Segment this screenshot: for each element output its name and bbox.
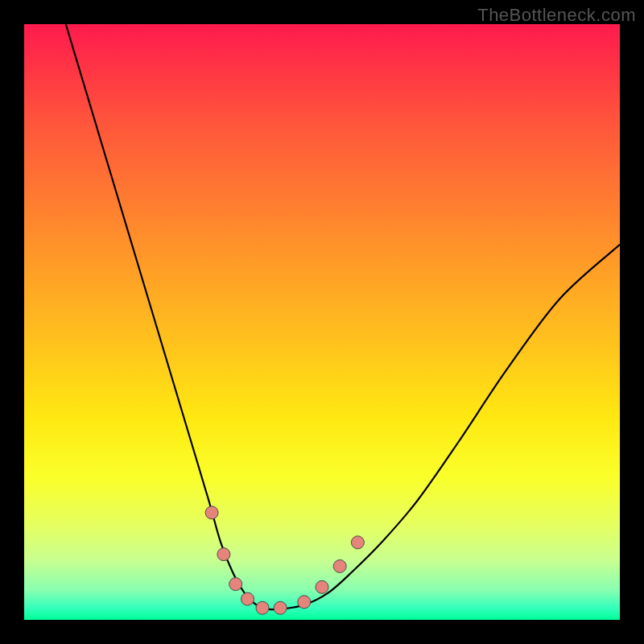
curve-marker (298, 596, 311, 609)
bottleneck-curve (66, 24, 620, 609)
curve-markers (205, 506, 364, 614)
curve-marker (274, 601, 287, 614)
chart-frame: TheBottleneck.com (0, 0, 644, 644)
watermark-text: TheBottleneck.com (477, 5, 636, 26)
curve-layer (24, 24, 620, 620)
curve-marker (205, 506, 218, 519)
curve-marker (351, 536, 364, 549)
curve-marker (242, 592, 254, 605)
curve-marker (229, 578, 242, 591)
curve-marker (316, 580, 328, 593)
curve-marker (217, 548, 230, 561)
curve-marker (333, 559, 346, 572)
curve-marker (256, 601, 269, 614)
plot-area (24, 24, 620, 620)
